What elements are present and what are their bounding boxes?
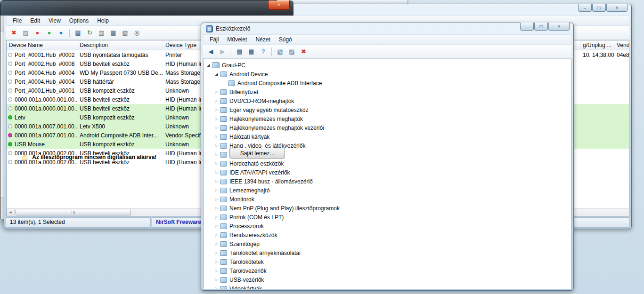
close-button[interactable]: × [548, 23, 570, 31]
tree-item-szamitogep[interactable]: ▷Számítógép [204, 239, 571, 248]
tree-item-rendszereszkozok[interactable]: ▷Rendszereszközök [204, 230, 571, 239]
expander-icon[interactable]: ▷ [213, 161, 220, 166]
tree-item-usb-vezerlok[interactable]: ▷USB-vezérlők [204, 275, 571, 284]
expander-icon[interactable]: ▷ [213, 90, 220, 94]
expander-icon[interactable]: ▷ [213, 206, 220, 210]
back-icon[interactable]: ◀ [205, 46, 216, 57]
gray-led-icon [8, 106, 12, 111]
mouse-icon [220, 107, 227, 113]
properties-icon[interactable]: ▦ [246, 46, 257, 57]
tree-item-billentyuzet[interactable]: ▷Billentyűzet [204, 87, 571, 96]
tree-item-nem-pnp-plug-and-play-illesztoprogramok[interactable]: ▷Nem PnP (Plug and Play) illesztőprogram… [204, 204, 571, 213]
menu-sugo[interactable]: Súgó [275, 35, 296, 44]
tree-item-dvd-cd-rom-meghajtok[interactable]: ▷DVD/CD-ROM-meghajtók [204, 96, 571, 105]
scroll-left-icon[interactable]: ◄ [7, 209, 15, 216]
menu-fajl[interactable]: Fájl [205, 35, 223, 44]
menu-help[interactable]: Help [93, 16, 113, 25]
non-pnp-icon [220, 206, 227, 211]
find-icon[interactable]: ◎ [131, 27, 142, 38]
expander-icon[interactable]: ◢ [205, 63, 212, 67]
tree-item-tarolokotetek[interactable]: ▷Tárolókötetek [204, 257, 571, 266]
console-window-icon[interactable]: ▤ [234, 46, 245, 57]
tree-item-lemezmeghajto[interactable]: ▷Lemezmeghajtó [204, 186, 571, 195]
tree-item-portok-com-es-lpt[interactable]: ▷Portok (COM és LPT) [204, 213, 571, 222]
help-icon[interactable]: ? [258, 46, 269, 57]
expander-icon[interactable]: ▷ [213, 197, 220, 201]
copy-icon[interactable]: ▥ [96, 27, 107, 38]
tree-item-graul-pc[interactable]: ◢Graul-PC [204, 61, 571, 70]
expander-icon[interactable]: ▷ [213, 260, 220, 264]
usb-controller-icon [220, 277, 227, 283]
menu-muvelet[interactable]: Művelet [223, 35, 251, 44]
expander-icon[interactable]: ▷ [213, 215, 220, 219]
scrollbar-thumb[interactable] [16, 210, 131, 215]
close-button[interactable]: × [268, 0, 290, 10]
tree-item-ide-ata-atapi-vezerlok[interactable]: ▷IDE ATA/ATAPI vezérlők [204, 168, 571, 177]
properties-icon[interactable]: ▦ [108, 27, 119, 38]
minimize-button[interactable]: – [578, 4, 592, 12]
expander-icon[interactable]: ▷ [213, 135, 220, 139]
expander-icon[interactable]: ▷ [213, 143, 220, 148]
expander-icon[interactable]: ▷ [213, 108, 220, 112]
tree-item-hajlekonylemezes-meghajtok-vezerloi[interactable]: ▷Hajlékonylemezes meghajtók vezérlői [204, 123, 571, 132]
menu-nezet[interactable]: Nézet [251, 35, 274, 44]
save-report-icon[interactable]: ▤ [73, 27, 83, 38]
menu-options[interactable]: Options [65, 16, 93, 25]
expander-icon[interactable]: ◢ [213, 72, 220, 76]
minimize-button[interactable]: – [520, 23, 534, 31]
expander-icon[interactable]: ▷ [213, 251, 220, 255]
column-header-description[interactable]: Description [77, 40, 163, 50]
disable-device-icon[interactable]: ▨ [20, 27, 31, 38]
expander-icon[interactable]: ▷ [213, 233, 220, 237]
menu-view[interactable]: View [44, 16, 65, 25]
device-name-cell: 0000.001a.0007.001.00... [7, 123, 77, 130]
column-header-g-unplug[interactable]: g/Unplug ... [580, 40, 614, 50]
tree-item-halozati-kartyak[interactable]: ▷Hálózati kártyák [204, 132, 571, 141]
tree-item-ieee-1394-busz-allomasvezerlo[interactable]: ▷IEEE 1394 busz - állomásvezérlő [204, 177, 571, 186]
expander-icon[interactable]: ▷ [213, 126, 220, 130]
menu-file[interactable]: File [8, 16, 26, 25]
tree-item-eger-vagy-egyeb-mutatoeszkoz[interactable]: ▷Egér vagy egyéb mutatóeszköz [204, 105, 571, 114]
blue-led-icon[interactable]: ● [56, 27, 66, 38]
red-led-icon[interactable]: ● [32, 27, 43, 38]
update-driver-icon[interactable]: ▨ [286, 46, 297, 57]
expander-icon[interactable]: ▷ [213, 188, 220, 192]
window-title: Eszközkezelő [216, 25, 250, 32]
expander-icon[interactable]: ▷ [213, 99, 220, 103]
maximize-button[interactable]: □ [534, 23, 548, 31]
wizard-titlebar[interactable]: × [0, 0, 293, 16]
refresh-icon[interactable]: ↻ [84, 27, 95, 38]
forward-icon[interactable]: ▶ [217, 46, 228, 57]
tree-item-monitorok[interactable]: ▷Monitorok [204, 195, 571, 204]
menu-edit[interactable]: Edit [26, 16, 44, 25]
close-button[interactable]: × [606, 4, 628, 12]
tree-item-videokartyak[interactable]: ▷Videokártyák [204, 284, 571, 289]
tree-item-tarolovezerlok[interactable]: ▷Tárolóvezérlők [204, 266, 571, 275]
html-report-icon[interactable]: ▧ [120, 27, 130, 38]
expander-icon[interactable]: ▷ [213, 170, 220, 175]
expander-icon[interactable]: ▷ [213, 278, 220, 282]
maximize-button[interactable]: □ [592, 4, 606, 12]
tree-item-android-composite-adb-interface[interactable]: Android Composite ADB Interface [204, 79, 571, 87]
dm-titlebar[interactable]: ▦ Eszközkezelő –□× [202, 23, 572, 34]
uninstall-icon[interactable]: ✖ [298, 46, 309, 57]
expander-icon[interactable]: ▷ [213, 242, 220, 246]
expander-icon[interactable]: ▷ [213, 179, 220, 183]
green-led-icon[interactable]: ● [44, 27, 55, 38]
expander-icon[interactable]: ▷ [213, 286, 220, 289]
uninstall-device-icon[interactable]: ✖ [8, 27, 19, 38]
tree-item-tarolokotet-arnyekmasolatai[interactable]: ▷Tárolókötet árnyékmásolatai [204, 248, 571, 257]
dm-tree: ◢Graul-PC◢Android DeviceAndroid Composit… [203, 59, 571, 289]
expander-icon[interactable]: ▷ [213, 269, 220, 273]
have-disk-button[interactable]: Saját lemez... [229, 148, 285, 159]
gray-led-icon [8, 53, 12, 57]
expander-icon[interactable]: ▷ [213, 224, 220, 228]
dm-caption-buttons: –□× [520, 23, 570, 31]
tree-item-android-device[interactable]: ◢Android Device [204, 70, 571, 79]
expander-icon[interactable]: ▷ [213, 117, 220, 121]
scan-hardware-icon[interactable]: ▧ [275, 46, 285, 57]
tree-item-hajlekonylemezes-meghajtok[interactable]: ▷Hajlékonylemezes meghajtók [204, 114, 571, 123]
tree-item-processzorok[interactable]: ▷Processzorok [204, 222, 571, 230]
column-header-device-name[interactable]: Device Name [7, 40, 77, 50]
column-header-vendo[interactable]: Vendo [614, 40, 629, 50]
